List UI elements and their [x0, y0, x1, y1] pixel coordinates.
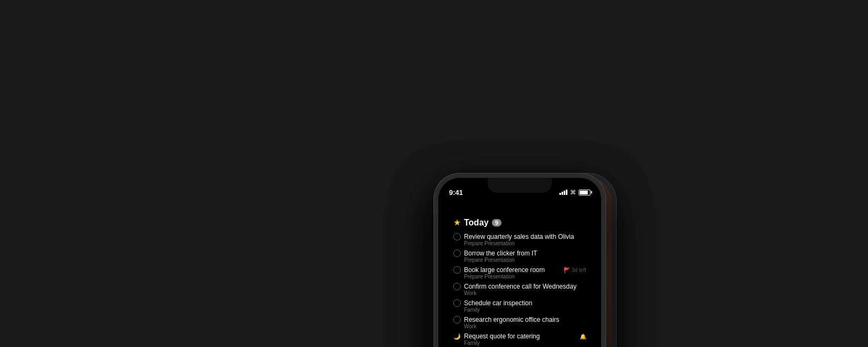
widget-header-right: ★ Today 9 [453, 217, 586, 228]
task-sub-right-5: Family [464, 307, 586, 313]
battery-icon-right [579, 190, 590, 195]
task-sub-right-7: Family [464, 340, 586, 346]
status-time-right: 9:41 [449, 188, 463, 197]
task-circle-right-5 [453, 299, 461, 307]
task-name-right-6: Research ergonomic office chairs [464, 316, 586, 323]
task-name-right-7: Request quote for catering [464, 333, 577, 340]
star-icon-right: ★ [453, 217, 461, 228]
task-name-right-2: Borrow the clicker from IT [464, 250, 586, 257]
task-sub-right-6: Work [464, 323, 586, 329]
task-name-right-3: Book large conference room [464, 266, 560, 274]
task-item-right-4: Confirm conference call for Wednesday Wo… [453, 283, 586, 296]
task-circle-right-1 [453, 233, 461, 240]
task-flag-right-3: 🚩 3d left [564, 267, 586, 273]
task-item-right-7: 🌙 Request quote for catering 🔔 Family [453, 333, 586, 346]
widget-right: ★ Today 9 Review quarterly sales data wi… [446, 210, 594, 347]
task-name-right-4: Confirm conference call for Wednesday [464, 283, 586, 290]
task-name-right-5: Schedule car inspection [464, 299, 586, 307]
signal-icon-right [559, 190, 567, 195]
task-item-right-6: Research ergonomic office chairs Work [453, 316, 586, 329]
task-item-right-1: Review quarterly sales data with Olivia … [453, 233, 586, 246]
task-sub-right-4: Work [464, 290, 586, 296]
task-circle-right-3 [453, 266, 461, 274]
task-item-right-5: Schedule car inspection Family [453, 299, 586, 313]
task-circle-right-4 [453, 283, 461, 290]
notch-right [488, 178, 552, 193]
task-sub-right-3: Prepare Presentation [464, 274, 586, 280]
task-sub-right-2: Prepare Presentation [464, 257, 586, 263]
task-circle-right-2 [453, 250, 461, 257]
task-item-right-2: Borrow the clicker from IT Prepare Prese… [453, 250, 586, 263]
task-sub-right-1: Prepare Presentation [464, 240, 586, 246]
moon-icon-right-7: 🌙 [453, 333, 461, 340]
task-item-right-3: Book large conference room 🚩 3d left Pre… [453, 266, 586, 280]
badge-right: 9 [492, 219, 502, 227]
task-circle-right-6 [453, 316, 461, 323]
wifi-icon-right: ⌘ [570, 189, 576, 196]
task-name-right-1: Review quarterly sales data with Olivia [464, 233, 586, 240]
widget-title-right: Today [464, 218, 489, 228]
status-icons-right: ⌘ [559, 189, 590, 196]
